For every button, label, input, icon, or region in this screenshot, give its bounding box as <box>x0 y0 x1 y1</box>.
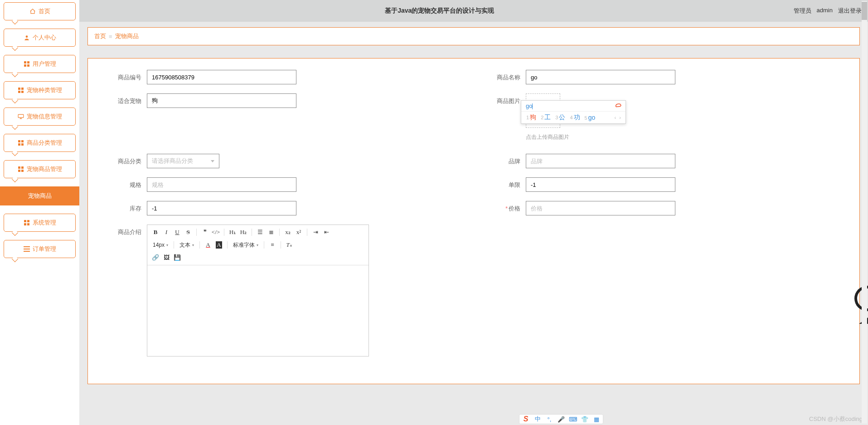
ime-keyboard-icon[interactable]: ⌨ <box>569 415 577 423</box>
h2-icon[interactable]: H₂ <box>239 228 248 237</box>
quote-icon[interactable]: ❞ <box>200 228 209 237</box>
price-input[interactable] <box>526 201 675 215</box>
svg-rect-8 <box>21 91 24 93</box>
sogou-logo-icon <box>615 102 623 108</box>
user-icon <box>24 34 30 41</box>
svg-rect-3 <box>24 64 26 67</box>
ime-skin-icon[interactable]: 👕 <box>581 415 588 423</box>
clear-format-icon[interactable]: Tₓ <box>285 240 294 249</box>
header-role: 管理员 <box>794 7 811 15</box>
label-spec: 规格 <box>106 177 147 189</box>
ol-icon[interactable]: ☰ <box>256 228 265 237</box>
image-icon[interactable]: 🖼 <box>162 253 171 262</box>
sidebar-item-pet-product[interactable]: 宠物商品 <box>0 186 79 205</box>
breadcrumb-home[interactable]: 首页 <box>94 32 106 40</box>
sidebar-item-label: 宠物商品管理 <box>27 165 62 173</box>
sup-icon[interactable]: x² <box>294 228 303 237</box>
code-icon[interactable]: </> <box>211 228 220 237</box>
sidebar-item-pet-info[interactable]: 宠物信息管理 <box>4 107 76 126</box>
svg-rect-5 <box>18 88 20 90</box>
ime-candidate-5[interactable]: 5go <box>583 114 597 121</box>
underline-icon[interactable]: U <box>173 228 182 237</box>
align-icon[interactable]: ≡ <box>268 240 277 249</box>
svg-rect-10 <box>18 140 20 142</box>
svg-rect-21 <box>27 223 29 225</box>
ime-tool-icon[interactable]: ▦ <box>593 415 600 423</box>
sidebar-item-category[interactable]: 商品分类管理 <box>4 134 76 152</box>
grid-icon <box>18 87 24 93</box>
spec-input[interactable] <box>147 177 296 192</box>
label-limit: 单限 <box>485 177 526 189</box>
rich-text-editor: B I U S ❞ </> H₁ H₂ ☰ <box>147 225 369 357</box>
breadcrumb: 首页 ≡ 宠物商品 <box>87 27 860 45</box>
vertical-scrollbar[interactable] <box>862 1 867 424</box>
ime-bar[interactable]: S 中 °, 🎤 ⌨ 👕 ▦ <box>519 414 603 424</box>
svg-rect-17 <box>21 170 24 172</box>
ime-mic-icon[interactable]: 🎤 <box>558 415 565 423</box>
svg-rect-7 <box>18 91 20 93</box>
ime-pager[interactable]: ‹ › <box>615 115 622 120</box>
pet-suitable-input[interactable] <box>147 93 296 108</box>
sidebar-item-label: 订单管理 <box>33 245 56 253</box>
sidebar-item-label: 系统管理 <box>33 219 56 227</box>
sogou-s-icon[interactable]: S <box>522 415 529 423</box>
logout-link[interactable]: 退出登录 <box>838 7 862 15</box>
ime-candidate-4[interactable]: 4功 <box>568 113 581 122</box>
sidebar: 首页 个人中心 用户管理 宠物种类管理 宠物信息管理 商品分类管理 宠物商品管理 <box>0 0 79 425</box>
header-user[interactable]: admin <box>817 7 833 15</box>
editor-toolbar: B I U S ❞ </> H₁ H₂ ☰ <box>147 225 369 265</box>
brand-input[interactable] <box>526 154 675 168</box>
sidebar-item-profile[interactable]: 个人中心 <box>4 29 76 47</box>
svg-rect-15 <box>21 166 24 169</box>
category-select[interactable]: 请选择商品分类 <box>147 154 219 168</box>
breadcrumb-current: 宠物商品 <box>115 32 139 40</box>
svg-rect-13 <box>21 143 24 146</box>
svg-rect-1 <box>24 61 26 64</box>
sidebar-item-user-mgmt[interactable]: 用户管理 <box>4 55 76 73</box>
editor-body[interactable] <box>147 265 369 356</box>
sidebar-item-pet-type[interactable]: 宠物种类管理 <box>4 81 76 99</box>
sidebar-item-system[interactable]: 系统管理 <box>4 214 76 232</box>
ime-punct-icon[interactable]: °, <box>546 415 553 423</box>
grid-icon <box>18 140 24 146</box>
ime-candidate-3[interactable]: 3公 <box>554 113 567 122</box>
home-icon <box>29 8 36 15</box>
grid-icon <box>24 61 30 67</box>
sidebar-item-home[interactable]: 首页 <box>4 2 76 20</box>
svg-rect-6 <box>21 88 24 90</box>
bold-icon[interactable]: B <box>151 228 160 237</box>
limit-input[interactable] <box>526 177 675 192</box>
bg-color-icon[interactable]: A <box>214 240 223 249</box>
product-no-input[interactable] <box>147 70 296 84</box>
sidebar-item-label: 宠物信息管理 <box>27 112 62 121</box>
save-icon[interactable]: 💾 <box>173 253 182 262</box>
block-type-select[interactable]: 文本▾ <box>178 240 196 249</box>
stock-input[interactable] <box>147 201 296 215</box>
link-icon[interactable]: 🔗 <box>151 253 160 262</box>
chevron-down-icon <box>211 160 214 162</box>
font-family-select[interactable]: 标准字体▾ <box>231 240 260 249</box>
font-size-select[interactable]: 14px▾ <box>151 240 170 249</box>
ime-candidate-1[interactable]: 1狗 <box>525 113 538 122</box>
sidebar-item-order[interactable]: 订单管理 <box>4 240 76 258</box>
ime-lang-icon[interactable]: 中 <box>534 415 541 423</box>
product-name-input[interactable] <box>526 70 675 84</box>
italic-icon[interactable]: I <box>162 228 171 237</box>
grid-icon <box>18 166 24 172</box>
indent-icon[interactable]: ⇥ <box>311 228 320 237</box>
svg-rect-19 <box>27 220 29 222</box>
outdent-icon[interactable]: ⇤ <box>322 228 331 237</box>
ime-candidate-2[interactable]: 2工 <box>539 113 552 122</box>
sidebar-item-label: 个人中心 <box>33 34 56 42</box>
h1-icon[interactable]: H₁ <box>228 228 237 237</box>
ul-icon[interactable]: ≣ <box>267 228 276 237</box>
label-product-image: 商品图片 <box>485 93 526 105</box>
ime-popup: go 1狗 2工 3公 4功 5go ‹ › <box>521 100 626 124</box>
svg-rect-9 <box>18 114 24 117</box>
strike-icon[interactable]: S <box>184 228 193 237</box>
font-color-icon[interactable]: A <box>204 240 213 249</box>
sub-icon[interactable]: x₂ <box>283 228 292 237</box>
sidebar-item-product-mgmt[interactable]: 宠物商品管理 <box>4 160 76 178</box>
svg-point-0 <box>25 35 28 38</box>
label-product-name: 商品名称 <box>485 70 526 82</box>
